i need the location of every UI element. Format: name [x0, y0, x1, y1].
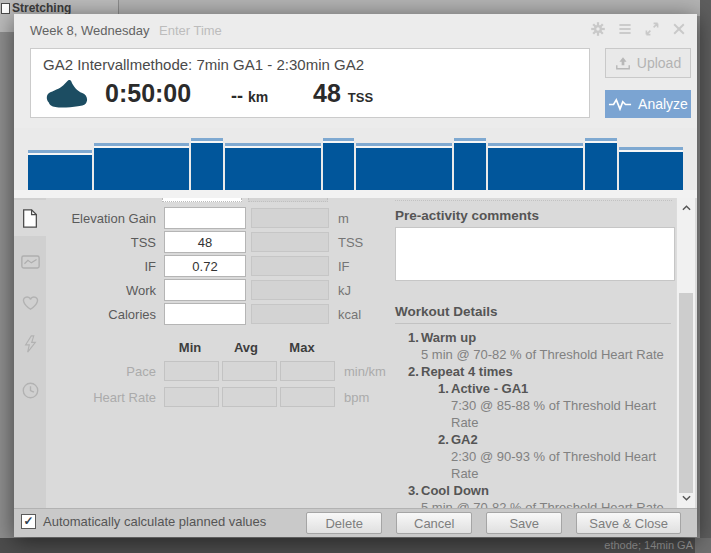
- upload-button[interactable]: Upload: [605, 48, 691, 78]
- stat-value-input: [222, 361, 277, 381]
- field-label: Heart Rate: [14, 390, 164, 405]
- background-checkbox: [1, 3, 10, 14]
- scroll-down-arrow[interactable]: [677, 490, 695, 506]
- scroll-up-arrow[interactable]: [677, 200, 695, 216]
- workout-details-heading: Workout Details: [395, 304, 498, 319]
- pre-activity-comments-input[interactable]: [395, 227, 675, 281]
- planned-value-input[interactable]: [164, 231, 246, 253]
- upload-label: Upload: [637, 55, 681, 71]
- pre-activity-comments-heading: Pre-activity comments: [395, 208, 539, 223]
- workout-editor-modal: Week 8, Wednesday Enter Time: [14, 14, 697, 537]
- unit-label: IF: [338, 259, 350, 274]
- workout-step-title: 1.Warm up: [395, 329, 673, 346]
- chart-bar-ga2[interactable]: [585, 138, 617, 190]
- save-button[interactable]: Save: [486, 512, 562, 534]
- gear-icon[interactable]: [590, 21, 606, 37]
- modal-title: Week 8, Wednesday: [30, 23, 149, 38]
- workout-step-detail: 5 min @ 70-82 % of Threshold Heart Rate: [395, 499, 673, 508]
- delete-button[interactable]: Delete: [306, 512, 382, 534]
- chart-bar-ga1[interactable]: [225, 143, 321, 190]
- workout-step-title: 2.GA2: [395, 431, 673, 448]
- background-bottom-strip: ethode; 14min GA: [0, 538, 711, 553]
- completed-value-input: [251, 304, 329, 324]
- planned-value-input[interactable]: [164, 255, 246, 277]
- save-close-button[interactable]: Save & Close: [576, 512, 681, 534]
- chart-bars: [28, 128, 683, 190]
- tab-power[interactable]: [14, 326, 46, 362]
- chart-bar-ga1[interactable]: [488, 143, 584, 190]
- stat-value-input: [222, 387, 277, 407]
- completed-value-input: [251, 256, 329, 276]
- workout-summary-card: GA2 Intervallmethode: 7min GA1 - 2:30min…: [30, 48, 590, 118]
- expand-icon[interactable]: [644, 21, 660, 37]
- lightning-icon: [24, 335, 37, 353]
- modal-footer: ✓ Automatically calculate planned values…: [14, 508, 697, 537]
- workout-step-detail: 2:30 @ 90-93 % of Threshold Heart Rate: [395, 448, 673, 482]
- analyze-label: Analyze: [638, 96, 688, 112]
- modal-header: Week 8, Wednesday Enter Time: [14, 14, 697, 46]
- field-label: Work: [14, 283, 164, 298]
- auto-calc-checkbox[interactable]: ✓: [21, 514, 36, 529]
- stats-headers: MinAvgMax: [162, 340, 330, 355]
- chart-bar-ga2[interactable]: [323, 138, 355, 190]
- planned-tss: 48 TSS: [313, 79, 373, 108]
- chart-bar-warm-up[interactable]: [28, 150, 92, 190]
- background-workout-label: Stretching: [12, 1, 71, 15]
- workout-step-title: 3.Cool Down: [395, 482, 673, 499]
- enter-time-link[interactable]: Enter Time: [159, 23, 222, 38]
- scrollbar[interactable]: [676, 198, 695, 508]
- planned-value-input[interactable]: [164, 279, 246, 301]
- planned-duration: 0:50:00: [105, 79, 191, 108]
- form-row-calories: Calorieskcal: [14, 302, 361, 326]
- planned-value-input[interactable]: [164, 303, 246, 325]
- running-shoe-icon: [45, 80, 89, 112]
- modal-scroll-content: Elevation GainmTSSTSSIFIFWorkkJCaloriesk…: [14, 198, 697, 508]
- cutoff-input-planned: [162, 198, 242, 202]
- field-label: Elevation Gain: [14, 211, 164, 226]
- scrollbar-thumb[interactable]: [679, 293, 693, 493]
- stat-value-input: [280, 361, 335, 381]
- unit-label: kcal: [338, 307, 361, 322]
- planned-value-input[interactable]: [164, 207, 246, 229]
- form-row-elevation-gain: Elevation Gainm: [14, 206, 349, 230]
- cancel-button[interactable]: Cancel: [396, 512, 472, 534]
- completed-value-input: [251, 280, 329, 300]
- workout-step-detail: 7:30 @ 85-88 % of Threshold Heart Rate: [395, 397, 673, 431]
- stat-value-input: [164, 361, 219, 381]
- menu-icon[interactable]: [617, 21, 633, 37]
- background-right-strip: [700, 0, 711, 553]
- stats-header-avg: Avg: [218, 340, 274, 355]
- stats-header-min: Min: [162, 340, 218, 355]
- auto-calc-label: Automatically calculate planned values: [43, 514, 266, 529]
- upload-icon: [615, 56, 631, 71]
- form-row-work: WorkkJ: [14, 278, 351, 302]
- stats-row-heart-rate: Heart Ratebpm: [14, 384, 369, 410]
- unit-label: bpm: [344, 390, 369, 405]
- auto-calc-checkbox-row[interactable]: ✓ Automatically calculate planned values: [21, 514, 266, 529]
- chart-bar-ga2[interactable]: [454, 138, 486, 190]
- chart-bar-ga1[interactable]: [356, 143, 452, 190]
- stats-row-pace: Pacemin/km: [14, 358, 386, 384]
- stat-value-input: [280, 387, 335, 407]
- workout-step-title: 2.Repeat 4 times: [395, 363, 673, 380]
- workout-metrics: 0:50:00 -- km 48 TSS: [31, 77, 589, 117]
- stat-value-input: [164, 387, 219, 407]
- chart-bar-cool-down[interactable]: [619, 147, 683, 190]
- workout-title: GA2 Intervallmethode: 7min GA1 - 2:30min…: [43, 56, 364, 73]
- background-truncated-text: ethode; 14min GA: [604, 539, 693, 551]
- workout-step-detail: 5 min @ 70-82 % of Threshold Heart Rate: [395, 346, 673, 363]
- cutoff-divider: [395, 200, 672, 201]
- footer-buttons: DeleteCancelSaveSave & Close: [306, 512, 681, 534]
- planned-distance: -- km: [231, 86, 268, 107]
- completed-value-input: [251, 232, 329, 252]
- analyze-button[interactable]: Analyze: [605, 90, 691, 118]
- chart-divider: [14, 190, 697, 198]
- unit-label: m: [338, 211, 349, 226]
- unit-label: TSS: [338, 235, 363, 250]
- field-label: Pace: [14, 364, 164, 379]
- close-icon[interactable]: [671, 21, 687, 37]
- waveform-icon: [608, 98, 632, 111]
- chart-bar-ga2[interactable]: [191, 138, 223, 190]
- workout-profile-chart[interactable]: [14, 128, 697, 190]
- chart-bar-ga1[interactable]: [94, 143, 190, 190]
